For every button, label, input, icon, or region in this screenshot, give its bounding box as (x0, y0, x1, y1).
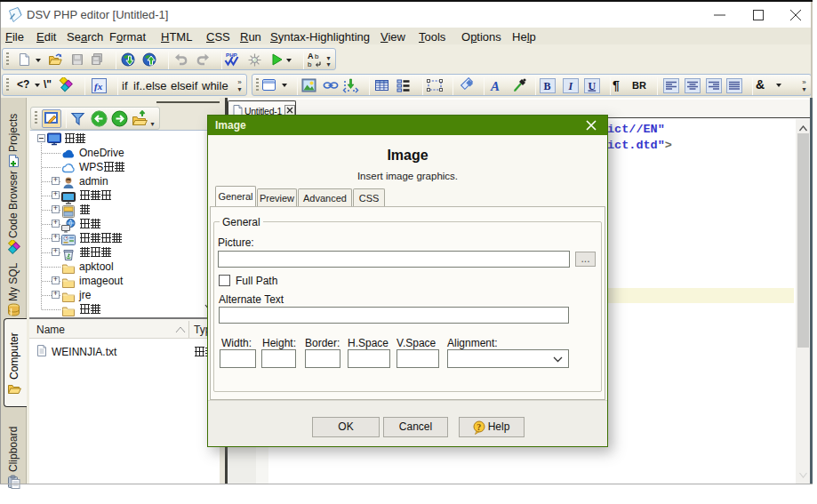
svg-text:A: A (490, 79, 500, 93)
svg-text:U: U (589, 80, 597, 92)
svg-text:b: b (308, 60, 312, 68)
svg-text:A: A (308, 52, 314, 60)
svg-text:b: b (315, 52, 319, 60)
svg-text:?: ? (477, 422, 481, 432)
svg-text:B: B (544, 80, 551, 92)
svg-text:fx: fx (94, 81, 103, 92)
